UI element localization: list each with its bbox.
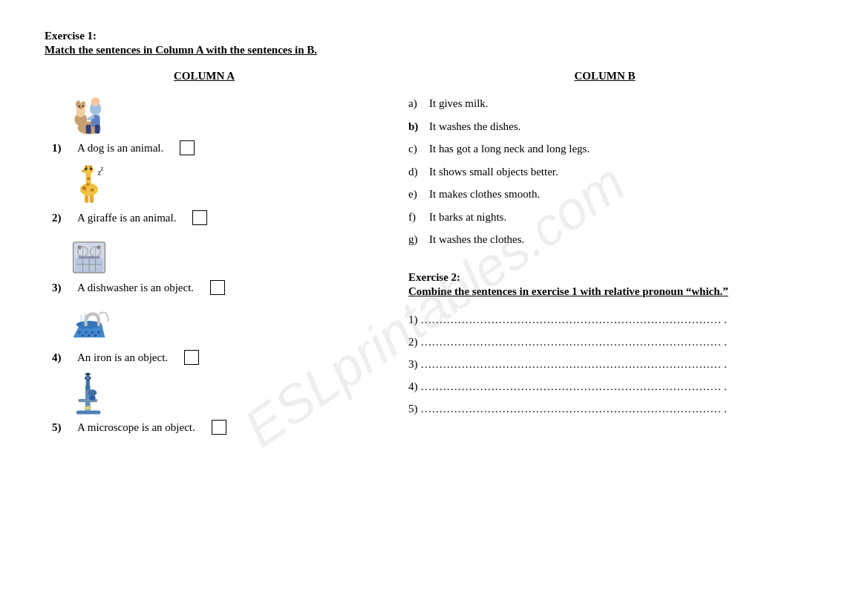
exercise2-title: Exercise 2: bbox=[408, 271, 823, 284]
exercise1-title: Exercise 1: bbox=[45, 30, 823, 42]
item-4-number: 4) bbox=[52, 351, 67, 364]
dishwasher-icon bbox=[67, 233, 111, 277]
svg-rect-12 bbox=[86, 125, 91, 134]
list-item: 1) A dog is an animal. bbox=[45, 93, 364, 155]
svg-point-53 bbox=[88, 334, 90, 337]
answer-e: e) It makes clothes smooth. bbox=[408, 184, 823, 205]
svg-point-50 bbox=[91, 331, 94, 334]
svg-rect-21 bbox=[86, 172, 91, 190]
item-3-number: 3) bbox=[52, 282, 67, 294]
svg-point-23 bbox=[86, 183, 89, 185]
svg-text:z: z bbox=[100, 165, 103, 172]
microscope-icon bbox=[67, 372, 111, 417]
svg-point-51 bbox=[97, 331, 99, 334]
svg-rect-41 bbox=[78, 256, 99, 259]
item-3-checkbox[interactable] bbox=[210, 280, 225, 295]
iron-icon bbox=[67, 302, 111, 347]
item-2-checkbox[interactable] bbox=[192, 210, 207, 225]
answer-c: c) It has got a long neck and long legs. bbox=[408, 138, 823, 160]
column-b-header: COLUMN B bbox=[386, 70, 823, 82]
svg-point-63 bbox=[89, 395, 96, 400]
svg-point-48 bbox=[78, 331, 80, 334]
answer-f-text: It barks at nights. bbox=[429, 207, 506, 228]
svg-point-8 bbox=[79, 107, 82, 109]
exercise2: Exercise 2: Combine the sentences in exe… bbox=[408, 271, 823, 420]
svg-point-49 bbox=[85, 331, 87, 334]
svg-point-28 bbox=[90, 168, 92, 170]
item-4-text: An iron is an object. bbox=[77, 351, 168, 364]
column-b: COLUMN B a) It gives milk. b) It washes … bbox=[364, 70, 823, 442]
item-4-text-row: 4) An iron is an object. bbox=[52, 350, 199, 365]
answer-e-letter: e) bbox=[408, 184, 425, 205]
item-1-text-row: 1) A dog is an animal. bbox=[52, 140, 195, 155]
exercise1-instruction: Match the sentences in Column A with the… bbox=[45, 44, 823, 56]
item-4-checkbox[interactable] bbox=[184, 350, 199, 365]
item-3-text-row: 3) A dishwasher is an object. bbox=[52, 280, 225, 295]
item-5-text: A microscope is an object. bbox=[77, 421, 195, 434]
answer-f: f) It barks at nights. bbox=[408, 207, 823, 228]
item-4-image-row bbox=[67, 302, 111, 347]
answer-a: a) It gives milk. bbox=[408, 93, 823, 114]
item-2-text-row: 2) A giraffe is an animal. bbox=[52, 210, 207, 225]
list-item: 4) An iron is an object. bbox=[45, 302, 364, 365]
svg-rect-13 bbox=[95, 125, 100, 134]
svg-point-19 bbox=[91, 189, 94, 192]
answer-g-text: It washes the clothes. bbox=[429, 229, 524, 250]
answer-e-text: It makes clothes smooth. bbox=[429, 184, 540, 205]
item-3-image-row bbox=[67, 233, 111, 277]
list-item: 3) A dishwasher is an object. bbox=[45, 233, 364, 295]
item-1-image-row bbox=[67, 93, 111, 137]
list-item: 5) A microscope is an object. bbox=[45, 372, 364, 435]
answer-d-text: It shows small objects better. bbox=[429, 161, 558, 183]
fill-line-2: 2) ……………………………………………………………………… . bbox=[408, 331, 823, 353]
fill-line-3: 3) ……………………………………………………………………… . bbox=[408, 353, 823, 375]
item-1-number: 1) bbox=[52, 142, 67, 155]
answer-d-letter: d) bbox=[408, 161, 425, 183]
svg-point-52 bbox=[82, 334, 84, 337]
dog-icon bbox=[67, 93, 111, 137]
item-2-number: 2) bbox=[52, 212, 67, 224]
svg-point-61 bbox=[85, 373, 91, 375]
item-1-checkbox[interactable] bbox=[180, 140, 195, 155]
item-2-text: A giraffe is an animal. bbox=[77, 212, 176, 224]
svg-point-64 bbox=[84, 406, 91, 409]
list-item: z z 2) A giraffe is an animal. bbox=[45, 163, 364, 225]
item-5-checkbox[interactable] bbox=[212, 420, 226, 435]
answer-f-letter: f) bbox=[408, 207, 425, 228]
fill-line-1: 1) ……………………………………………………………………… . bbox=[408, 308, 823, 331]
svg-point-6 bbox=[79, 106, 81, 108]
giraffe-icon: z z bbox=[67, 163, 111, 207]
column-a: COLUMN A bbox=[45, 70, 364, 442]
answer-c-letter: c) bbox=[408, 138, 425, 160]
answer-b-text: It washes the dishes. bbox=[429, 116, 521, 137]
svg-point-7 bbox=[82, 106, 84, 108]
svg-point-62 bbox=[88, 389, 97, 396]
svg-point-65 bbox=[87, 377, 89, 379]
item-2-image-row: z z bbox=[67, 163, 111, 207]
answer-a-letter: a) bbox=[408, 93, 425, 114]
answer-d: d) It shows small objects better. bbox=[408, 161, 823, 183]
answer-a-text: It gives milk. bbox=[429, 93, 489, 114]
svg-point-54 bbox=[94, 334, 97, 337]
answer-b-letter: b) bbox=[408, 116, 425, 137]
answer-list: a) It gives milk. b) It washes the dishe… bbox=[408, 93, 823, 250]
fill-line-5: 5) ……………………………………………………………………… . bbox=[408, 398, 823, 420]
svg-point-22 bbox=[87, 178, 91, 180]
svg-point-10 bbox=[91, 97, 100, 106]
svg-point-39 bbox=[78, 245, 82, 249]
answer-g-letter: g) bbox=[408, 229, 425, 250]
item-1-text: A dog is an animal. bbox=[77, 142, 163, 155]
item-5-image-row bbox=[67, 372, 111, 417]
column-a-header: COLUMN A bbox=[45, 70, 364, 82]
answer-c-text: It has got a long neck and long legs. bbox=[429, 138, 590, 160]
fill-line-4: 4) ……………………………………………………………………… . bbox=[408, 375, 823, 398]
svg-point-27 bbox=[85, 168, 87, 170]
exercise2-instruction: Combine the sentences in exercise 1 with… bbox=[408, 285, 823, 298]
answer-b: b) It washes the dishes. bbox=[408, 116, 823, 137]
svg-point-29 bbox=[82, 169, 85, 172]
svg-point-40 bbox=[97, 245, 100, 249]
item-3-text: A dishwasher is an object. bbox=[77, 282, 194, 294]
answer-g: g) It washes the clothes. bbox=[408, 229, 823, 250]
item-5-number: 5) bbox=[52, 421, 67, 434]
item-5-text-row: 5) A microscope is an object. bbox=[52, 420, 226, 435]
